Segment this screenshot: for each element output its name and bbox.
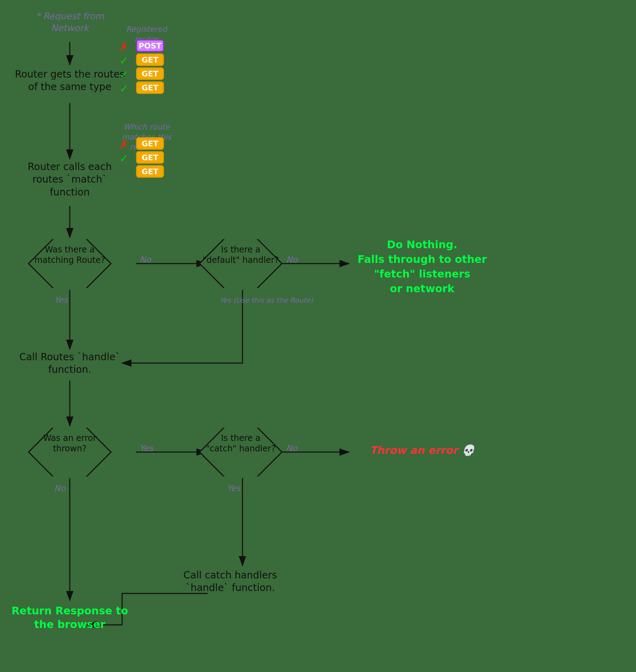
get-check-2: ✓ xyxy=(119,68,129,81)
match-cross-mark: ✗ xyxy=(119,138,129,151)
arrows-svg xyxy=(0,0,636,672)
post-cross-mark: ✗ xyxy=(119,40,129,53)
call-handle-label: Call Routes `handle`function. xyxy=(10,351,129,376)
error-thrown-yes-label: Yes xyxy=(140,443,153,453)
catch-handler-yes-label: Yes xyxy=(227,483,240,493)
return-response-label: Return Response tothe browser xyxy=(10,604,129,631)
request-from-network-label: * Request from Network xyxy=(28,10,112,34)
get-badge-2: GET xyxy=(136,67,164,80)
matching-route-no-label: No xyxy=(140,255,151,265)
match-get-badge-3: GET xyxy=(136,165,164,178)
get-badge-1: GET xyxy=(136,53,164,66)
router-calls-match-label: Router calls eachroutes `match`function xyxy=(10,161,129,199)
throw-error-label: Throw an error 💀 xyxy=(352,443,492,457)
router-gets-routes-label: Router gets the routes of the same type xyxy=(10,68,129,94)
get-check-3: ✓ xyxy=(119,82,129,95)
get-badge-3: GET xyxy=(136,81,164,94)
diagram-container: * Request from Network Router gets the r… xyxy=(0,0,636,672)
default-handler-label: Is there a"default" handler? xyxy=(197,244,284,265)
default-handler-no-label: No xyxy=(286,255,298,265)
catch-handler-label: Is there a"catch" handler? xyxy=(197,433,284,454)
call-catch-handler-label: Call catch handlers`handle` function. xyxy=(171,569,290,595)
match-get-badge-1: GET xyxy=(136,137,164,150)
error-thrown-label: Was an errorthrown? xyxy=(26,433,113,454)
match-get-badge-2: GET xyxy=(136,151,164,164)
post-badge: POST xyxy=(136,39,164,52)
matching-route-label: Was there amatching Route? xyxy=(26,244,113,265)
error-thrown-no-label: No xyxy=(54,483,66,493)
get-check-1: ✓ xyxy=(119,54,129,67)
catch-handler-no-label: No xyxy=(286,443,298,453)
matching-route-yes-label: Yes xyxy=(54,295,68,305)
do-nothing-label: Do Nothing.Falls through to other"fetch"… xyxy=(352,237,492,296)
default-handler-yes-label: Yes (Use this as the Route) xyxy=(220,296,313,304)
